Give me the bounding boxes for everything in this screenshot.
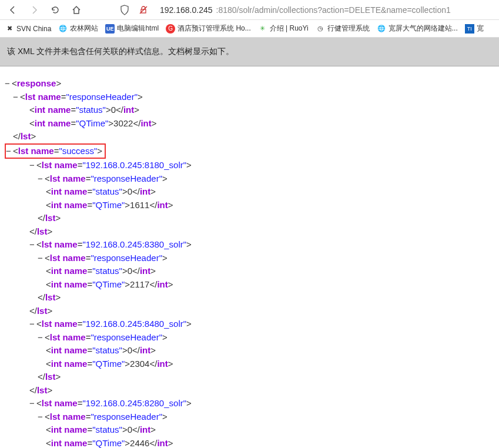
bookmark-label: 行健管理系统 [327,24,370,34]
security-icon[interactable] [136,3,150,17]
collapse-icon[interactable]: − [29,397,36,410]
bookmark-label: 酒店预订管理系统 Ho... [178,24,251,34]
collapse-icon[interactable]: − [29,317,36,331]
xml-lst-success-open[interactable]: −<lst name="success"> [5,143,494,159]
xml-lst-close: </lst> [5,384,494,397]
url-host: 192.168.0.245 [160,5,213,15]
bookmark-xingjian[interactable]: ◷行健管理系统 [316,24,370,34]
bookmark-nonglin[interactable]: 🌐农林网站 [58,24,98,34]
xml-lst-host-open[interactable]: −<lst name="192.168.0.245:8380_solr"> [5,238,494,252]
collapse-icon[interactable]: − [38,172,45,186]
xml-lst-rh-open[interactable]: −<lst name="responseHeader"> [5,410,494,424]
bookmark-icon: G [166,24,175,34]
xml-tree: −<response> −<lst name="responseHeader">… [0,66,499,448]
url-path: :8180/solr/admin/collections?action=DELE… [216,5,451,15]
xml-lst-rh-open[interactable]: −<lst name="responseHeader"> [5,252,494,265]
bookmark-svn-china[interactable]: ✖SVN China [5,24,51,34]
xml-lst-close: </lst> [5,305,494,318]
xml-lst-header-open[interactable]: −<lst name="responseHeader"> [5,91,494,104]
collapse-icon[interactable]: − [13,91,20,104]
xml-lst-host-open[interactable]: −<lst name="192.168.0.245:8480_solr"> [5,317,494,331]
xml-lst-close: </lst> [5,370,494,384]
xml-lst-host-open[interactable]: −<lst name="192.168.0.245:8280_solr"> [5,397,494,410]
browser-toolbar: 192.168.0.245:8180/solr/admin/collection… [0,0,499,20]
xml-int-qtime: <int name="QTime">2446</int> [5,437,494,449]
collapse-icon[interactable]: − [29,159,36,172]
xml-int-status: <int name="status">0</int> [5,265,494,278]
bookmark-ue[interactable]: UE电脑编辑html [105,24,159,34]
xml-int-status: <int name="status">0</int> [5,103,494,117]
reload-button[interactable] [47,2,63,18]
xml-lst-close: </lst> [5,291,494,305]
bookmark-label: 农林网站 [70,24,98,34]
bookmark-icon: 🌐 [377,24,386,34]
xml-int-status: <int name="status">0</int> [5,185,494,199]
bookmark-icon: ✖ [5,24,14,34]
home-button[interactable] [68,2,85,18]
xml-root-open[interactable]: −<response> [5,77,494,91]
bookmark-icon: ◷ [316,24,325,34]
bookmark-label: 介绍 | RuoYi [270,24,309,34]
address-bar[interactable]: 192.168.0.245:8180/solr/admin/collection… [155,2,494,18]
xml-int-qtime: <int name="QTime">1611</int> [5,199,494,212]
bookmark-icon: 🌐 [58,24,68,34]
collapse-icon[interactable]: − [5,77,12,91]
xml-lst-rh-open[interactable]: −<lst name="responseHeader"> [5,331,494,345]
collapse-icon[interactable]: − [38,331,45,345]
forward-button[interactable] [26,2,42,18]
bookmark-icon: UE [105,24,115,34]
bookmark-more[interactable]: TI宽 [465,24,484,34]
xml-int-qtime: <int name="QTime">3022</int> [5,117,494,131]
xml-lst-close: </lst> [5,130,494,143]
xml-int-status: <int name="status">0</int> [5,344,494,357]
bookmark-icon: TI [465,24,474,34]
back-button[interactable] [5,2,21,18]
xml-int-qtime: <int name="QTime">2117</int> [5,278,494,292]
collapse-icon[interactable]: − [29,238,36,252]
bookmark-hotel[interactable]: G酒店预订管理系统 Ho... [166,24,251,34]
bookmark-label: 电脑编辑html [117,24,159,34]
bookmark-icon: ✳ [258,24,267,34]
bookmark-ruoyi[interactable]: ✳介绍 | RuoYi [258,24,309,34]
collapse-icon[interactable]: − [38,410,45,424]
xml-lst-close: </lst> [5,212,494,225]
xml-int-qtime: <int name="QTime">2304</int> [5,357,494,371]
bookmark-label: 宽 [477,24,484,34]
bookmarks-bar: ✖SVN China 🌐农林网站 UE电脑编辑html G酒店预订管理系统 Ho… [0,20,499,38]
bookmark-kuanping[interactable]: 🌐宽屏大气的网络建站... [377,24,458,34]
xml-lst-host-open[interactable]: −<lst name="192.168.0.245:8180_solr"> [5,159,494,172]
collapse-icon[interactable]: − [38,252,45,265]
bookmark-label: 宽屏大气的网络建站... [389,24,458,34]
xml-info-message: 该 XML 文件并未包含任何关联的样式信息。文档树显示如下。 [0,38,499,66]
bookmark-label: SVN China [16,25,51,33]
tracking-shield-icon[interactable] [118,3,132,17]
collapse-icon[interactable]: − [6,145,13,158]
xml-lst-close: </lst> [5,225,494,239]
xml-int-status: <int name="status">0</int> [5,423,494,437]
xml-lst-rh-open[interactable]: −<lst name="responseHeader"> [5,172,494,186]
highlight-annotation: −<lst name="success"> [5,143,106,159]
